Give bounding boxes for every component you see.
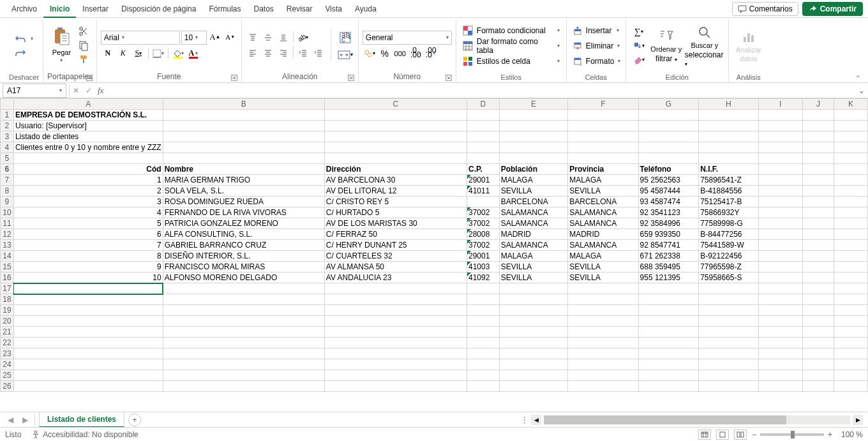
cell[interactable] [758, 229, 802, 240]
cell[interactable]: ALFONSO MORENO DELGADO [163, 273, 324, 283]
hscroll-track[interactable] [544, 415, 850, 424]
cell[interactable]: SEVILLA [568, 186, 638, 197]
cell[interactable] [758, 153, 802, 164]
cell[interactable] [467, 381, 500, 392]
cell[interactable]: BARCELONA [499, 197, 568, 207]
cell[interactable]: C.P. [467, 164, 500, 175]
cell[interactable] [638, 142, 699, 153]
percent-button[interactable]: % [378, 47, 392, 60]
fuente-launcher[interactable]: ⇲ [231, 75, 237, 81]
cell[interactable]: SALAMANCA [499, 207, 568, 218]
buscar-seleccionar-button[interactable]: Buscar y seleccionar ▾ [685, 25, 724, 67]
formato-button[interactable]: Formato▾ [571, 54, 622, 68]
cell[interactable] [802, 262, 834, 273]
cell[interactable] [802, 316, 834, 327]
cell-selected[interactable] [13, 283, 163, 294]
cell[interactable]: 92 3541123 [638, 207, 699, 218]
portapapeles-launcher[interactable]: ⇲ [86, 75, 93, 81]
cell[interactable] [802, 348, 834, 359]
tab-disposicion[interactable]: Disposición de página [115, 0, 202, 18]
font-name-dropdown[interactable]: Arial▾ [101, 31, 180, 45]
cell[interactable]: SEVILLA [499, 273, 568, 283]
row-header-23[interactable]: 23 [1, 348, 14, 359]
row-header-8[interactable]: 8 [1, 186, 14, 197]
cell[interactable] [568, 316, 638, 327]
cell[interactable] [699, 110, 758, 121]
cell[interactable] [568, 370, 638, 381]
cell[interactable]: 28008 [467, 229, 500, 240]
cell[interactable] [499, 327, 568, 338]
cell[interactable] [834, 273, 868, 283]
pegar-button[interactable]: Pegar ▾ [49, 27, 74, 63]
cell[interactable]: SEVILLA [568, 273, 638, 283]
cell[interactable] [802, 218, 834, 229]
fill-button[interactable]: ▾ [630, 40, 648, 52]
cell[interactable] [163, 142, 324, 153]
cell[interactable] [758, 121, 802, 131]
cell[interactable] [568, 327, 638, 338]
cell[interactable] [758, 251, 802, 262]
cell[interactable] [834, 229, 868, 240]
row-header-7[interactable]: 7 [1, 175, 14, 186]
cell[interactable]: AV BARCELONA 30 [324, 175, 467, 186]
cell[interactable] [13, 348, 163, 359]
cell[interactable] [163, 348, 324, 359]
cell[interactable] [467, 294, 500, 305]
cell[interactable] [13, 381, 163, 392]
cell[interactable] [499, 338, 568, 348]
cell[interactable]: 1 [13, 175, 163, 186]
cell[interactable]: 95 2562563 [638, 175, 699, 186]
cell[interactable]: 37002 [467, 207, 500, 218]
decrease-decimal-button[interactable]: .00.0 [424, 47, 438, 60]
zoom-in-button[interactable]: + [828, 430, 832, 439]
comentarios-button[interactable]: Comentarios [732, 2, 798, 16]
cell[interactable] [834, 110, 868, 121]
row-header-14[interactable]: 14 [1, 251, 14, 262]
formula-input[interactable] [106, 84, 855, 97]
cell[interactable]: MADRID [499, 229, 568, 240]
cell[interactable]: 671 262338 [638, 251, 699, 262]
cell[interactable]: AV ALMANSA 50 [324, 262, 467, 273]
cell[interactable] [499, 381, 568, 392]
hscroll-thumb[interactable] [544, 415, 786, 424]
cell[interactable]: 41092 [467, 273, 500, 283]
zoom-value[interactable]: 100 % [837, 430, 863, 439]
ordenar-filtrar-button[interactable]: Ordenar y filtrar ▾ [650, 29, 682, 63]
copy-button[interactable] [77, 39, 91, 52]
row-header-6[interactable]: 6 [1, 164, 14, 175]
row-header-24[interactable]: 24 [1, 359, 14, 370]
hscroll-left[interactable]: ◀ [531, 415, 541, 425]
cell[interactable] [13, 338, 163, 348]
cell[interactable] [802, 251, 834, 262]
cell[interactable]: ALFA CONSULTING, S.L. [163, 229, 324, 240]
cell[interactable] [638, 283, 699, 294]
cell[interactable] [467, 153, 500, 164]
cell[interactable] [758, 175, 802, 186]
cell[interactable] [834, 175, 868, 186]
cell[interactable] [163, 381, 324, 392]
cell[interactable] [638, 381, 699, 392]
cell[interactable] [568, 153, 638, 164]
cell[interactable] [834, 142, 868, 153]
cell[interactable]: MADRID [568, 229, 638, 240]
cell[interactable] [802, 359, 834, 370]
cell[interactable] [163, 370, 324, 381]
cell[interactable] [467, 370, 500, 381]
cell[interactable] [699, 283, 758, 294]
align-right-button[interactable] [276, 47, 290, 59]
cell[interactable]: MALAGA [499, 175, 568, 186]
cell[interactable] [802, 381, 834, 392]
cell[interactable] [834, 153, 868, 164]
cell[interactable] [324, 121, 467, 131]
cell[interactable] [802, 283, 834, 294]
row-header-21[interactable]: 21 [1, 327, 14, 338]
cell[interactable] [568, 305, 638, 316]
formato-condicional-button[interactable]: Formato condicional▾ [460, 24, 562, 38]
cell[interactable]: 37002 [467, 240, 500, 251]
cell[interactable] [802, 370, 834, 381]
cell[interactable] [163, 283, 324, 294]
cell[interactable] [802, 186, 834, 197]
cell[interactable]: 5 [13, 218, 163, 229]
cell[interactable] [324, 153, 467, 164]
cell[interactable]: 688 359495 [638, 262, 699, 273]
